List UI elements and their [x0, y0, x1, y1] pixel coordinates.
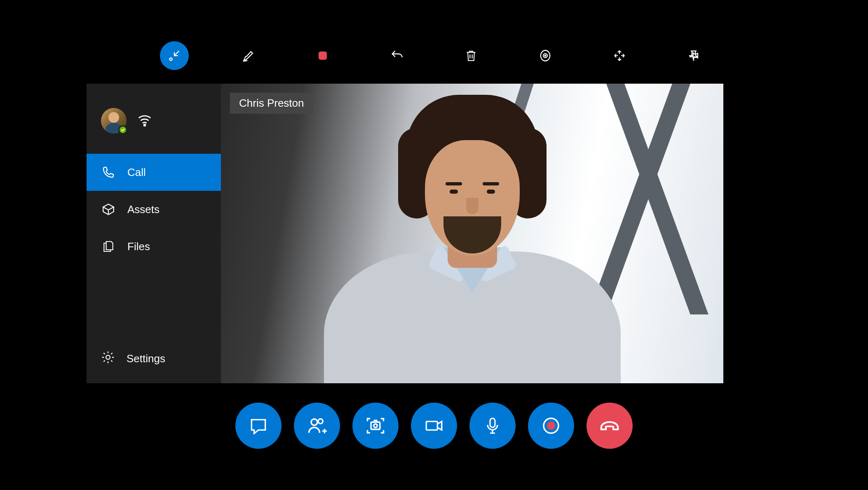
snapshot-button[interactable] [352, 403, 399, 449]
wifi-icon [137, 112, 152, 129]
svg-point-4 [144, 124, 145, 126]
svg-point-5 [106, 355, 110, 359]
svg-point-6 [311, 419, 317, 425]
collapse-icon [167, 49, 181, 63]
sidebar: Call Assets [87, 84, 221, 383]
collapse-button[interactable] [160, 41, 189, 70]
svg-point-9 [374, 424, 378, 428]
record-button[interactable] [528, 403, 574, 449]
svg-point-13 [547, 422, 555, 430]
svg-point-0 [169, 58, 172, 60]
main-window: Call Assets [87, 84, 723, 383]
call-controls [0, 403, 868, 449]
svg-rect-10 [426, 422, 437, 430]
gaze-icon [538, 49, 552, 63]
presence-available-icon [118, 125, 127, 134]
snapshot-icon [365, 415, 386, 436]
sidebar-item-settings[interactable]: Settings [87, 334, 221, 383]
avatar[interactable] [101, 108, 127, 134]
pin-button[interactable] [679, 41, 708, 70]
mic-button[interactable] [469, 403, 516, 449]
sidebar-item-label: Files [127, 240, 150, 253]
sidebar-item-call[interactable]: Call [87, 154, 221, 191]
svg-rect-11 [490, 418, 495, 427]
sidebar-item-files[interactable]: Files [87, 228, 221, 265]
delete-button[interactable] [457, 41, 486, 70]
sidebar-nav: Call Assets [87, 154, 221, 265]
sidebar-item-label: Settings [127, 352, 165, 365]
move-icon [613, 49, 626, 62]
add-participant-button[interactable] [294, 403, 340, 449]
caller-name: Chris Preston [239, 97, 304, 109]
svg-point-3 [545, 55, 546, 56]
gear-icon [101, 350, 115, 367]
undo-icon [390, 49, 404, 63]
chat-button[interactable] [235, 403, 282, 449]
phone-icon [101, 166, 116, 179]
end-call-button[interactable] [586, 403, 633, 449]
record-icon [541, 416, 561, 436]
add-participant-icon [306, 415, 328, 436]
draw-button[interactable] [234, 41, 263, 70]
mic-icon [483, 416, 502, 436]
svg-point-7 [318, 419, 323, 424]
caller-name-tag: Chris Preston [230, 93, 313, 114]
end-call-icon [598, 415, 621, 437]
video-button[interactable] [411, 403, 457, 449]
sidebar-item-label: Call [127, 166, 146, 179]
top-toolbar [0, 41, 868, 70]
chat-icon [248, 415, 269, 436]
files-icon [101, 240, 116, 253]
video-feed: Chris Preston [221, 84, 723, 383]
stop-button[interactable] [308, 41, 337, 70]
move-button[interactable] [605, 41, 634, 70]
gaze-button[interactable] [531, 41, 560, 70]
svg-rect-1 [319, 52, 327, 60]
sidebar-item-label: Assets [127, 203, 160, 216]
draw-icon [242, 49, 256, 63]
stop-icon [317, 49, 329, 62]
delete-icon [464, 49, 478, 62]
sidebar-header [87, 84, 221, 154]
undo-button[interactable] [382, 41, 411, 70]
assets-icon [101, 202, 116, 216]
sidebar-item-assets[interactable]: Assets [87, 191, 221, 228]
video-icon [424, 415, 444, 436]
